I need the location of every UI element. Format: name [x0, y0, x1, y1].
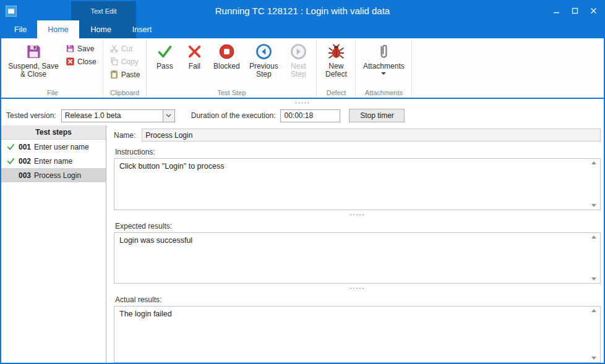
actual-results-label: Actual results: [115, 295, 601, 304]
ribbon-group-test-step: Pass Fail Blocked Previous Step Next Ste… [147, 40, 317, 98]
instructions-textarea[interactable]: Click button "Login" to process [114, 159, 600, 210]
chevron-down-icon [381, 72, 386, 75]
execution-toolbar: Tested version: Release 1.0 beta Duratio… [1, 106, 604, 125]
actual-results-textbox: The login failed [114, 306, 601, 363]
step-detail-panel: Name: Instructions: Click button "Login"… [106, 125, 604, 363]
ribbon-group-file: Suspend, Save & Close Save Close File [2, 40, 103, 98]
scroll-up-icon[interactable] [591, 235, 596, 239]
ribbon: Suspend, Save & Close Save Close File Cu… [1, 38, 604, 99]
step-label: Enter user name [34, 143, 89, 151]
floppy-disk-icon [25, 43, 42, 60]
tested-version-label: Tested version: [6, 111, 56, 120]
test-step-row-001[interactable]: 001 Enter user name [1, 140, 106, 154]
paste-label: Paste [121, 70, 140, 79]
duration-label: Duration of the execution: [191, 111, 276, 120]
bug-icon [328, 43, 345, 60]
attachments-button[interactable]: Attachments [358, 40, 409, 75]
close-ribbon-button[interactable]: Close [62, 55, 100, 68]
green-check-icon [157, 43, 173, 60]
tab-file[interactable]: File [4, 20, 37, 38]
previous-step-label: Previous Step [246, 62, 281, 78]
copy-pages-icon [109, 57, 119, 66]
red-x-box-icon [66, 57, 75, 66]
pass-button[interactable]: Pass [149, 40, 180, 70]
contextual-tab-group-label: Text Edit [71, 1, 136, 20]
combo-dropdown-button[interactable] [163, 110, 174, 122]
pass-label: Pass [157, 62, 173, 70]
blocked-button[interactable]: Blocked [208, 40, 244, 70]
clipboard-small-buttons: Cut Copy Paste [106, 42, 144, 81]
titlebar: Running TC 128121 : Login with valid dat… [1, 1, 604, 20]
scroll-up-icon[interactable] [591, 309, 596, 312]
minimize-button[interactable] [547, 3, 565, 19]
scissors-icon [109, 44, 119, 53]
arrow-left-circle-icon [255, 43, 272, 60]
expected-results-textarea[interactable]: Login was successful [114, 233, 600, 283]
next-step-button: Next Step [283, 40, 314, 78]
scroll-up-icon[interactable] [591, 161, 596, 164]
ribbon-group-attachments: Attachments Attachments [356, 40, 412, 98]
previous-step-button[interactable]: Previous Step [244, 40, 283, 78]
duration-input[interactable] [280, 109, 340, 122]
new-defect-button[interactable]: New Defect [319, 40, 353, 78]
attachments-label: Attachments [363, 62, 405, 70]
tab-home[interactable]: Home [37, 20, 79, 38]
tab-contextual-insert[interactable]: Insert [122, 20, 162, 38]
instructions-textbox: Click button "Login" to process [114, 158, 601, 210]
scroll-down-icon[interactable] [591, 204, 596, 207]
actual-results-textarea[interactable]: The login failed [114, 307, 600, 362]
ribbon-group-defect: New Defect Defect [317, 40, 356, 98]
tested-version-value: Release 1.0 beta [62, 110, 163, 122]
fail-button[interactable]: Fail [180, 40, 208, 70]
test-step-group-label: Test Step [147, 89, 316, 96]
name-label: Name: [114, 131, 135, 140]
attachments-group-label: Attachments [356, 89, 411, 96]
maximize-button[interactable] [565, 3, 584, 19]
file-group-small-buttons: Save Close [62, 42, 100, 68]
tab-home-label: Home [48, 25, 68, 34]
stop-timer-button[interactable]: Stop timer [349, 109, 405, 122]
step-passed-check-icon [6, 157, 15, 166]
arrow-right-circle-icon [290, 43, 307, 60]
save-button[interactable]: Save [62, 42, 100, 55]
step-check-placeholder [6, 171, 15, 180]
paste-button[interactable]: Paste [106, 68, 144, 81]
fail-label: Fail [189, 62, 200, 70]
tested-version-combobox[interactable]: Release 1.0 beta [61, 109, 175, 122]
name-row: Name: [114, 129, 601, 142]
scroll-down-icon[interactable] [591, 277, 596, 281]
clipboard-group-label: Clipboard [103, 89, 147, 96]
step-label: Process Login [34, 171, 81, 180]
splitter-grip[interactable]: ····· [114, 210, 601, 218]
step-passed-check-icon [6, 143, 15, 151]
blocked-label: Blocked [213, 62, 240, 70]
close-label: Close [77, 57, 97, 66]
step-name-input[interactable] [142, 129, 601, 142]
red-x-icon [186, 43, 203, 60]
suspend-save-close-button[interactable]: Suspend, Save & Close [5, 40, 62, 78]
scroll-down-icon[interactable] [591, 357, 596, 360]
tab-contextual-home-label: Home [91, 25, 111, 34]
splitter-grip[interactable]: ····· [114, 284, 601, 292]
ribbon-splitter-grip[interactable]: ····· [1, 99, 604, 106]
close-button[interactable] [584, 3, 603, 19]
app-icon[interactable] [6, 6, 17, 17]
floppy-disk-icon [66, 44, 75, 53]
step-label: Enter name [34, 157, 72, 166]
expected-results-label: Expected results: [115, 222, 601, 231]
test-steps-header: Test steps [1, 125, 106, 140]
save-label: Save [77, 44, 94, 53]
new-defect-label: New Defect [321, 62, 351, 78]
content-area: Test steps 001 Enter user name 002 Enter… [1, 125, 604, 363]
test-step-row-002[interactable]: 002 Enter name [1, 154, 106, 168]
copy-label: Copy [121, 57, 139, 66]
step-number: 003 [19, 171, 31, 180]
tab-contextual-home[interactable]: Home [80, 20, 122, 38]
window-controls [547, 1, 603, 20]
next-step-label: Next Step [285, 62, 312, 78]
test-step-row-003[interactable]: 003 Process Login [1, 168, 106, 182]
app-window: Running TC 128121 : Login with valid dat… [0, 0, 605, 364]
chevron-down-icon [166, 114, 171, 117]
clipboard-icon [109, 70, 119, 79]
paperclip-icon [375, 43, 392, 60]
